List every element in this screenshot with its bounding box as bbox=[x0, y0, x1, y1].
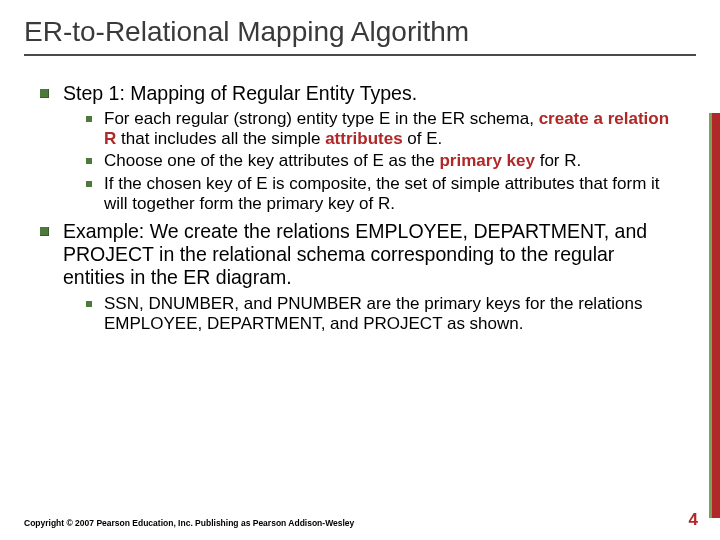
copyright-footer: Copyright © 2007 Pearson Education, Inc.… bbox=[24, 518, 354, 528]
slide: ER-to-Relational Mapping Algorithm Step … bbox=[0, 0, 720, 540]
title-underline bbox=[24, 54, 696, 56]
list-item-text: For each regular (strong) entity type E … bbox=[104, 109, 680, 149]
example-subitems: SSN, DNUMBER, and PNUMBER are the primar… bbox=[40, 294, 680, 334]
square-bullet-icon bbox=[86, 116, 92, 122]
emphasis-text: attributes bbox=[325, 129, 402, 148]
example-heading-row: Example: We create the relations EMPLOYE… bbox=[40, 220, 680, 290]
list-item: For each regular (strong) entity type E … bbox=[86, 109, 680, 149]
list-item-text: Choose one of the key attributes of E as… bbox=[104, 151, 581, 171]
text-fragment: for R. bbox=[535, 151, 581, 170]
square-bullet-icon bbox=[40, 89, 49, 98]
content-area: Step 1: Mapping of Regular Entity Types.… bbox=[0, 64, 720, 334]
square-bullet-icon bbox=[40, 227, 49, 236]
text-fragment: Choose one of the key attributes of E as… bbox=[104, 151, 439, 170]
right-accent-bar bbox=[712, 113, 720, 518]
list-item: SSN, DNUMBER, and PNUMBER are the primar… bbox=[86, 294, 680, 334]
list-item-text: If the chosen key of E is composite, the… bbox=[104, 174, 680, 214]
square-bullet-icon bbox=[86, 301, 92, 307]
page-number: 4 bbox=[689, 510, 698, 530]
text-fragment: that includes all the simple bbox=[116, 129, 325, 148]
text-fragment: of E. bbox=[403, 129, 443, 148]
list-item-text: SSN, DNUMBER, and PNUMBER are the primar… bbox=[104, 294, 680, 334]
step-subitems: For each regular (strong) entity type E … bbox=[40, 109, 680, 213]
list-item: Choose one of the key attributes of E as… bbox=[86, 151, 680, 171]
step-heading: Step 1: Mapping of Regular Entity Types. bbox=[63, 82, 417, 105]
list-item: If the chosen key of E is composite, the… bbox=[86, 174, 680, 214]
example-heading: Example: We create the relations EMPLOYE… bbox=[63, 220, 680, 290]
slide-title: ER-to-Relational Mapping Algorithm bbox=[24, 16, 696, 48]
square-bullet-icon bbox=[86, 158, 92, 164]
title-block: ER-to-Relational Mapping Algorithm bbox=[0, 0, 720, 64]
step-heading-row: Step 1: Mapping of Regular Entity Types. bbox=[40, 82, 680, 105]
square-bullet-icon bbox=[86, 181, 92, 187]
emphasis-text: primary key bbox=[439, 151, 534, 170]
text-fragment: For each regular (strong) entity type E … bbox=[104, 109, 539, 128]
